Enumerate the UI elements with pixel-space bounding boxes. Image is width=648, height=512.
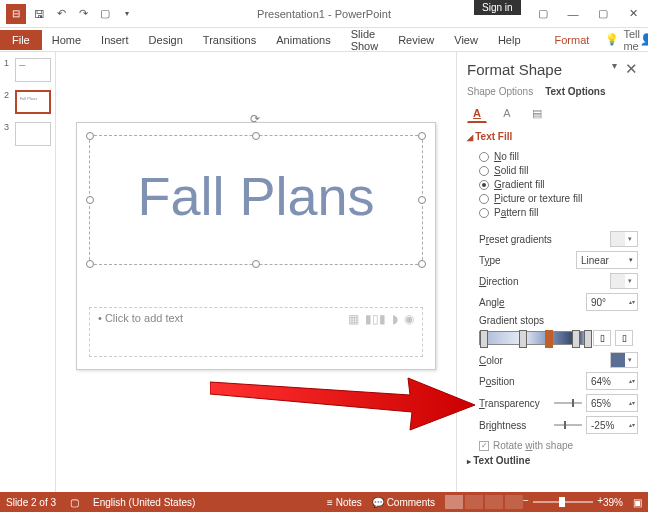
transparency-row: Transparency 65% (479, 394, 638, 412)
table-icon[interactable]: ▦ (348, 312, 359, 326)
thumb-num: 1 (4, 58, 12, 68)
tab-help[interactable]: Help (488, 30, 531, 50)
tab-shape-options[interactable]: Shape Options (467, 86, 533, 97)
status-spellcheck-icon[interactable]: ▢ (70, 497, 79, 508)
qat-more-icon[interactable]: ▾ (118, 5, 136, 23)
slide-canvas[interactable]: ⟳ Fall Plans • Click to add text ▦ ▮▯▮ ◗… (56, 52, 456, 492)
thumbnail-2[interactable]: Fall Plans (15, 90, 51, 114)
resize-handle[interactable] (418, 260, 426, 268)
fit-window-icon[interactable]: ▣ (633, 497, 642, 508)
window-controls: ▢ — ▢ ✕ (528, 2, 648, 26)
zoom-slider[interactable] (533, 501, 593, 503)
brightness-slider[interactable] (554, 424, 582, 426)
zoom-value[interactable]: 39% (603, 497, 623, 508)
radio-picture-fill[interactable]: Picture or texture fill (479, 193, 638, 204)
rotate-with-shape[interactable]: ✓Rotate with shape (479, 440, 638, 451)
title-text[interactable]: Fall Plans (90, 136, 422, 256)
redo-icon[interactable]: ↷ (74, 5, 92, 23)
tab-transitions[interactable]: Transitions (193, 30, 266, 50)
section-text-fill[interactable]: Text Fill (467, 131, 638, 142)
angle-label: Angle (479, 297, 586, 308)
maximize-icon[interactable]: ▢ (588, 2, 618, 26)
text-effects-icon[interactable]: A (497, 103, 517, 123)
gradient-stop[interactable] (519, 330, 527, 348)
thumbnail-1[interactable]: ━━━ (15, 58, 51, 82)
reading-view-icon[interactable] (485, 495, 503, 509)
slideshow-view-icon[interactable] (505, 495, 523, 509)
status-slide[interactable]: Slide 2 of 3 (6, 497, 56, 508)
preset-gradients-button[interactable]: ▾ (610, 231, 638, 247)
radio-gradient-fill[interactable]: Gradient fill (479, 179, 638, 190)
transparency-spinner[interactable]: 65% (586, 394, 638, 412)
content-placeholder[interactable]: • Click to add text ▦ ▮▯▮ ◗ ◉ (89, 307, 423, 357)
start-icon[interactable]: ▢ (96, 5, 114, 23)
resize-handle[interactable] (86, 260, 94, 268)
remove-stop-button[interactable]: ▯ (615, 330, 633, 346)
transparency-slider[interactable] (554, 402, 582, 404)
position-label: Position (479, 376, 586, 387)
gradient-stop-active[interactable] (545, 330, 553, 348)
tab-text-options[interactable]: Text Options (545, 86, 605, 97)
direction-button[interactable]: ▾ (610, 273, 638, 289)
comments-button[interactable]: 💬 Comments (372, 497, 435, 508)
section-text-outline[interactable]: Text Outline (467, 455, 638, 466)
title-bar: ⊟ 🖫 ↶ ↷ ▢ ▾ Presentation1 - PowerPoint S… (0, 0, 648, 28)
color-button[interactable]: ▾ (610, 352, 638, 368)
position-spinner[interactable]: 64% (586, 372, 638, 390)
quick-access-toolbar: ⊟ 🖫 ↶ ↷ ▢ ▾ (0, 4, 142, 24)
smartart-icon[interactable]: ◗ (392, 312, 398, 326)
normal-view-icon[interactable] (445, 495, 463, 509)
gradient-bar[interactable] (479, 331, 589, 345)
view-buttons (445, 495, 523, 509)
type-combo[interactable]: Linear▾ (576, 251, 638, 269)
undo-icon[interactable]: ↶ (52, 5, 70, 23)
gradient-stop[interactable] (572, 330, 580, 348)
tab-format[interactable]: Format (545, 30, 600, 50)
gradient-stop[interactable] (584, 330, 592, 348)
slide-thumbnails: 1 ━━━ 2 Fall Plans 3 (0, 52, 56, 492)
angle-spinner[interactable]: 90° (586, 293, 638, 311)
tab-insert[interactable]: Insert (91, 30, 139, 50)
brightness-row: Brightness -25% (479, 416, 638, 434)
tab-slideshow[interactable]: Slide Show (341, 24, 389, 56)
tab-review[interactable]: Review (388, 30, 444, 50)
minimize-icon[interactable]: — (558, 2, 588, 26)
object-icon[interactable]: ◉ (404, 312, 414, 326)
share-button[interactable]: 👤 Share (640, 33, 648, 46)
gradient-stop[interactable] (480, 330, 488, 348)
textbox-icon[interactable]: ▤ (527, 103, 547, 123)
rotate-handle-icon[interactable]: ⟳ (250, 112, 260, 126)
angle-row: Angle 90° (479, 293, 638, 311)
close-icon[interactable]: ✕ (618, 2, 648, 26)
gradient-stops-label: Gradient stops (479, 315, 638, 326)
status-language[interactable]: English (United States) (93, 497, 195, 508)
pane-menu-icon[interactable]: ▾ (612, 60, 617, 78)
radio-pattern-fill[interactable]: Pattern fill (479, 207, 638, 218)
sorter-view-icon[interactable] (465, 495, 483, 509)
preset-label: Preset gradients (479, 234, 610, 245)
ribbon-options-icon[interactable]: ▢ (528, 2, 558, 26)
save-icon[interactable]: 🖫 (30, 5, 48, 23)
tab-view[interactable]: View (444, 30, 488, 50)
title-textbox[interactable]: ⟳ Fall Plans (89, 135, 423, 265)
tab-file[interactable]: File (0, 30, 42, 50)
chart-icon[interactable]: ▮▯▮ (365, 312, 386, 326)
radio-no-fill[interactable]: No fill (479, 151, 638, 162)
thumbnail-3[interactable] (15, 122, 51, 146)
resize-handle[interactable] (252, 260, 260, 268)
direction-label: Direction (479, 276, 610, 287)
brightness-spinner[interactable]: -25% (586, 416, 638, 434)
tab-animations[interactable]: Animations (266, 30, 340, 50)
tab-home[interactable]: Home (42, 30, 91, 50)
signin-badge[interactable]: Sign in (474, 0, 521, 15)
notes-button[interactable]: ≡ Notes (327, 497, 362, 508)
radio-solid-fill[interactable]: Solid fill (479, 165, 638, 176)
text-fill-outline-icon[interactable]: A (467, 103, 487, 123)
tab-design[interactable]: Design (139, 30, 193, 50)
add-stop-button[interactable]: ▯ (593, 330, 611, 346)
format-shape-pane: Format Shape ▾ ✕ Shape Options Text Opti… (456, 52, 648, 492)
tell-me[interactable]: 💡 Tell me (605, 28, 640, 52)
tell-me-label: Tell me (623, 28, 640, 52)
autosave-icon[interactable]: ⊟ (6, 4, 26, 24)
pane-close-icon[interactable]: ✕ (625, 60, 638, 78)
